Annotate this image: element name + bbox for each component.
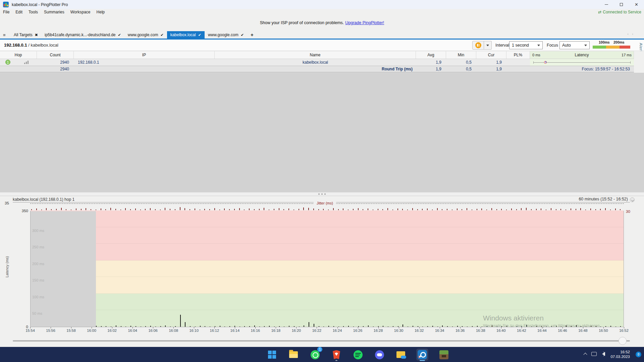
tab-check-icon[interactable]: ✔: [118, 33, 121, 37]
taskbar-clock[interactable]: 16:52 07.03.2023: [610, 350, 630, 359]
latency-range-line: ✕: [533, 62, 631, 63]
time-scroll-knob[interactable]: [619, 337, 627, 345]
jitter-bar: [46, 208, 47, 210]
latency-plot[interactable]: 300 ms250 ms200 ms150 ms100 ms50 ms: [30, 211, 624, 327]
jitter-bar: [536, 209, 537, 210]
col-header-ip[interactable]: IP: [74, 51, 215, 59]
tab-www-google-com[interactable]: www.google.com✔: [124, 31, 167, 39]
taskbar-discord[interactable]: [373, 349, 385, 361]
jitter-bar: [382, 209, 383, 210]
timeline-range-label[interactable]: 60 minutes (15:52 - 16:52): [579, 197, 628, 201]
display-tray-icon[interactable]: [591, 352, 597, 356]
maximize-button[interactable]: [614, 0, 629, 9]
jitter-bar: [308, 208, 309, 210]
tab-www-google-com[interactable]: www.google.com✔: [205, 31, 247, 39]
latency-bar: [254, 325, 255, 327]
grid-filler: [634, 51, 644, 72]
latency-bar: [323, 326, 324, 327]
hop-row[interactable]: 1 2940 192.168.0.1 kabelbox.local 1,9 0,…: [0, 59, 644, 66]
tab-ip5b41cafe-dynamic-k-deutschland-de[interactable]: ip5b41cafe.dynamic.k...-deutschland.de✔: [41, 31, 124, 39]
menu-summaries[interactable]: Summaries: [41, 9, 67, 15]
hop-graph-icon[interactable]: [24, 61, 30, 64]
pause-dropdown-button[interactable]: [484, 41, 492, 50]
x-tick-label: 16:48: [578, 328, 588, 333]
taskbar-start-button[interactable]: [266, 349, 278, 361]
col-header-name[interactable]: Name: [215, 51, 416, 59]
latency-bar: [383, 326, 383, 327]
latency-bar: [259, 326, 260, 327]
latency-bar: [155, 326, 156, 327]
x-tick-label: 16:42: [517, 328, 526, 333]
gridline-300ms: [31, 227, 624, 227]
jitter-bar: [526, 208, 527, 210]
col-header-pl[interactable]: PL%: [506, 51, 530, 59]
col-header-min[interactable]: Min: [446, 51, 476, 59]
menu-file[interactable]: File: [0, 9, 12, 15]
latency-bar: [388, 326, 388, 327]
menu-edit[interactable]: Edit: [12, 9, 25, 15]
taskbar-minecraft[interactable]: [438, 349, 450, 361]
tray-expand-icon[interactable]: [584, 352, 587, 356]
taskbar-explorer[interactable]: [287, 349, 300, 361]
gridline-250ms: [31, 243, 624, 244]
col-header-avg[interactable]: Avg: [416, 51, 446, 59]
jitter-bar: [348, 209, 348, 210]
jitter-bar: [36, 208, 37, 210]
focus-select[interactable]: Auto: [559, 41, 590, 49]
x-tick-label: 15:58: [66, 328, 76, 333]
taskbar-pingplotter[interactable]: [416, 349, 428, 361]
summary-cur: 1,9: [476, 66, 506, 72]
latency-bar: [328, 326, 329, 327]
x-tick-label: 16:24: [333, 328, 342, 333]
tab-check-icon[interactable]: ✔: [198, 33, 201, 37]
timeline-range-dropdown-icon[interactable]: [630, 197, 635, 202]
jitter-bar: [91, 209, 91, 210]
col-header-latency[interactable]: 0 ms Latency 17 ms: [530, 51, 634, 59]
jitter-bar: [51, 209, 52, 210]
tab-kabelbox-local[interactable]: kabelbox.local✔: [167, 31, 205, 39]
tab-all-targets[interactable]: All Targets✖: [10, 31, 41, 39]
tab-scroll-right-icon[interactable]: ›: [632, 32, 633, 36]
hamburger-icon[interactable]: ≡: [3, 33, 8, 37]
jitter-bar: [61, 208, 62, 210]
notification-badge[interactable]: 8: [636, 352, 641, 357]
pane-splitter[interactable]: [0, 192, 644, 196]
summary-count: 2940: [37, 66, 74, 72]
empty-workspace: [0, 73, 644, 192]
jitter-bar: [264, 208, 264, 210]
volume-tray-icon[interactable]: [602, 352, 605, 356]
tab-check-icon[interactable]: ✔: [160, 33, 163, 37]
close-icon: ✕: [635, 2, 638, 7]
jitter-bar: [313, 208, 314, 210]
taskbar-spotify[interactable]: [352, 349, 364, 361]
menu-help[interactable]: Help: [94, 9, 108, 15]
taskbar-brave[interactable]: [330, 349, 342, 361]
x-tick-label: 16:40: [496, 328, 506, 333]
latency-bar: [358, 326, 359, 327]
tab-close-icon[interactable]: ✖: [35, 33, 38, 37]
time-scroll-track[interactable]: [13, 340, 630, 342]
taskbar-whatsapp[interactable]: 1: [309, 349, 321, 361]
jitter-bar: [244, 209, 245, 210]
tab-scroll-left-icon[interactable]: ‹: [627, 32, 629, 36]
close-button[interactable]: ✕: [629, 0, 644, 9]
upgrade-link[interactable]: Upgrade PingPlotter!: [345, 20, 384, 25]
col-header-hop[interactable]: Hop: [0, 51, 37, 59]
col-header-count[interactable]: Count: [37, 51, 74, 59]
jitter-bar: [115, 209, 116, 210]
taskbar-onedrive-folder[interactable]: [395, 349, 407, 361]
latency-bar: [452, 326, 453, 327]
x-tick-label: 16:08: [169, 328, 178, 333]
connection-status[interactable]: ⇄Connected to Service: [598, 9, 641, 15]
col-header-cur[interactable]: Cur: [476, 51, 506, 59]
latency-bar: [150, 326, 151, 327]
x-tick-label: 16:06: [148, 328, 158, 333]
menu-tools[interactable]: Tools: [25, 9, 41, 15]
tab-check-icon[interactable]: ✔: [241, 33, 244, 37]
minimize-button[interactable]: [599, 0, 614, 9]
menu-workspace[interactable]: Workspace: [67, 9, 94, 15]
interval-select[interactable]: 1 second: [509, 41, 543, 49]
pause-button[interactable]: [472, 41, 484, 50]
add-target-button[interactable]: +: [247, 31, 257, 39]
x-tick-label: 16:10: [190, 328, 199, 333]
